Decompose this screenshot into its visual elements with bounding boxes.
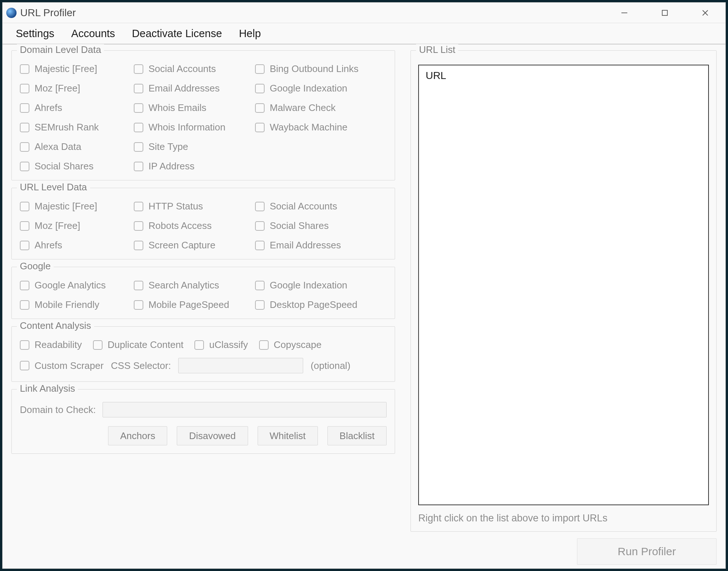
minimize-button[interactable] <box>604 3 645 23</box>
chk-label: Ahrefs <box>35 102 62 114</box>
chk-social-shares-domain[interactable]: Social Shares <box>20 161 134 172</box>
chk-label: Social Shares <box>35 161 93 172</box>
chk-whois-information[interactable]: Whois Information <box>134 122 255 133</box>
checkbox-icon <box>134 300 143 310</box>
chk-google-indexation-domain[interactable]: Google Indexation <box>255 83 387 94</box>
app-icon <box>6 8 17 18</box>
chk-label: Email Addresses <box>148 83 220 94</box>
chk-label: Mobile PageSpeed <box>148 299 229 310</box>
group-domain-level-data: Domain Level Data Majestic [Free] Social… <box>11 50 395 180</box>
chk-screen-capture[interactable]: Screen Capture <box>134 240 255 251</box>
checkbox-icon <box>255 300 265 310</box>
checkbox-icon <box>20 64 29 74</box>
css-selector-input[interactable] <box>178 358 303 373</box>
chk-desktop-pagespeed[interactable]: Desktop PageSpeed <box>255 299 387 310</box>
chk-label: Social Shares <box>270 220 329 231</box>
right-column: URL List URL Right click on the list abo… <box>410 50 717 565</box>
menu-accounts[interactable]: Accounts <box>71 28 115 40</box>
chk-social-shares-url[interactable]: Social Shares <box>255 220 387 231</box>
chk-label: Ahrefs <box>35 240 62 251</box>
checkbox-icon <box>20 123 29 132</box>
checkbox-icon <box>134 84 143 93</box>
chk-wayback-machine[interactable]: Wayback Machine <box>255 122 387 133</box>
menu-settings[interactable]: Settings <box>16 28 54 40</box>
chk-whois-emails[interactable]: Whois Emails <box>134 102 255 114</box>
chk-label: Moz [Free] <box>35 83 80 94</box>
group-title: URL List <box>416 44 458 55</box>
chk-malware-check[interactable]: Malware Check <box>255 102 387 114</box>
chk-http-status[interactable]: HTTP Status <box>134 201 255 212</box>
checkbox-icon <box>255 84 265 93</box>
chk-readability[interactable]: Readability <box>20 339 82 351</box>
blacklist-button[interactable]: Blacklist <box>327 426 387 445</box>
chk-label: Wayback Machine <box>270 122 347 133</box>
chk-ip-address[interactable]: IP Address <box>134 161 255 172</box>
checkbox-icon <box>255 202 265 211</box>
chk-email-addresses-url[interactable]: Email Addresses <box>255 240 387 251</box>
checkbox-icon <box>20 281 29 290</box>
menu-help[interactable]: Help <box>239 28 261 40</box>
chk-mobile-friendly[interactable]: Mobile Friendly <box>20 299 134 310</box>
chk-search-analytics[interactable]: Search Analytics <box>134 280 255 291</box>
chk-alexa-data[interactable]: Alexa Data <box>20 141 134 152</box>
minimize-icon <box>621 9 628 17</box>
checkbox-icon <box>20 241 29 250</box>
chk-social-accounts-domain[interactable]: Social Accounts <box>134 63 255 75</box>
checkbox-icon <box>134 202 143 211</box>
chk-social-accounts-url[interactable]: Social Accounts <box>255 201 387 212</box>
chk-site-type[interactable]: Site Type <box>134 141 255 152</box>
chk-moz-url[interactable]: Moz [Free] <box>20 220 134 231</box>
checkbox-icon <box>255 64 265 74</box>
chk-email-addresses-domain[interactable]: Email Addresses <box>134 83 255 94</box>
chk-label: Google Analytics <box>35 280 106 291</box>
maximize-icon <box>661 10 668 16</box>
menu-bar: Settings Accounts Deactivate License Hel… <box>3 23 725 44</box>
maximize-button[interactable] <box>645 3 685 23</box>
checkbox-icon <box>134 64 143 74</box>
checkbox-icon <box>134 142 143 152</box>
chk-google-analytics[interactable]: Google Analytics <box>20 280 134 291</box>
chk-duplicate-content[interactable]: Duplicate Content <box>93 339 184 351</box>
chk-label: SEMrush Rank <box>35 122 99 133</box>
title-bar: URL Profiler <box>3 3 725 23</box>
chk-label: Social Accounts <box>270 201 337 212</box>
chk-mobile-pagespeed[interactable]: Mobile PageSpeed <box>134 299 255 310</box>
disavowed-button[interactable]: Disavowed <box>177 426 248 445</box>
group-title: Link Analysis <box>17 383 78 394</box>
chk-custom-scraper[interactable]: Custom Scraper <box>20 360 104 371</box>
chk-google-indexation[interactable]: Google Indexation <box>255 280 387 291</box>
anchors-button[interactable]: Anchors <box>108 426 167 445</box>
chk-label: Mobile Friendly <box>35 299 99 310</box>
css-selector-hint: (optional) <box>311 360 350 371</box>
chk-moz-domain[interactable]: Moz [Free] <box>20 83 134 94</box>
chk-label: Social Accounts <box>148 63 216 75</box>
svg-rect-1 <box>662 10 667 15</box>
chk-robots-access[interactable]: Robots Access <box>134 220 255 231</box>
chk-label: IP Address <box>148 161 194 172</box>
chk-bing-outbound-links[interactable]: Bing Outbound Links <box>255 63 387 75</box>
chk-copyscape[interactable]: Copyscape <box>259 339 322 351</box>
chk-label: Google Indexation <box>270 83 347 94</box>
chk-ahrefs-url[interactable]: Ahrefs <box>20 240 134 251</box>
chk-label: Duplicate Content <box>108 339 184 351</box>
chk-uclassify[interactable]: uClassify <box>194 339 248 351</box>
window-controls <box>604 3 725 23</box>
chk-ahrefs-domain[interactable]: Ahrefs <box>20 102 134 114</box>
chk-label: Search Analytics <box>148 280 219 291</box>
run-profiler-button[interactable]: Run Profiler <box>577 538 717 565</box>
checkbox-icon <box>93 340 103 350</box>
checkbox-icon <box>255 221 265 231</box>
chk-label: Email Addresses <box>270 240 341 251</box>
chk-label: uClassify <box>209 339 248 351</box>
chk-label: Copyscape <box>274 339 322 351</box>
menu-deactivate[interactable]: Deactivate License <box>132 28 222 40</box>
chk-semrush-rank[interactable]: SEMrush Rank <box>20 122 134 133</box>
url-list-area[interactable]: URL <box>418 65 709 505</box>
chk-majestic-url[interactable]: Majestic [Free] <box>20 201 134 212</box>
checkbox-icon <box>134 162 143 171</box>
whitelist-button[interactable]: Whitelist <box>258 426 318 445</box>
domain-to-check-input[interactable] <box>103 402 387 417</box>
close-button[interactable] <box>685 3 725 23</box>
checkbox-icon <box>20 84 29 93</box>
chk-majestic-domain[interactable]: Majestic [Free] <box>20 63 134 75</box>
